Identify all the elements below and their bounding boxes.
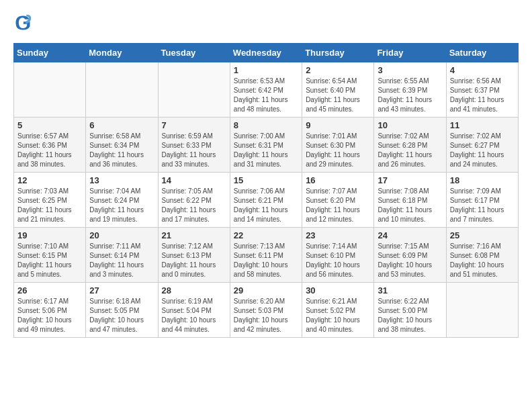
calendar-cell: 7Sunrise: 6:59 AM Sunset: 6:33 PM Daylig… — [158, 118, 230, 173]
calendar-cell: 28Sunrise: 6:19 AM Sunset: 5:04 PM Dayli… — [158, 283, 230, 338]
day-number: 17 — [378, 175, 442, 185]
calendar-cell: 31Sunrise: 6:22 AM Sunset: 5:00 PM Dayli… — [374, 283, 446, 338]
calendar-week-row: 1Sunrise: 6:53 AM Sunset: 6:42 PM Daylig… — [14, 62, 519, 118]
day-number: 23 — [306, 230, 370, 240]
calendar-cell: 22Sunrise: 7:13 AM Sunset: 6:11 PM Dayli… — [230, 228, 302, 283]
day-info: Sunrise: 6:54 AM Sunset: 6:40 PM Dayligh… — [306, 77, 370, 114]
day-number: 18 — [450, 175, 515, 185]
calendar-cell: 3Sunrise: 6:55 AM Sunset: 6:39 PM Daylig… — [374, 62, 446, 118]
calendar-cell — [14, 62, 86, 118]
day-number: 31 — [378, 285, 442, 295]
day-number: 29 — [234, 285, 298, 295]
calendar-cell: 25Sunrise: 7:16 AM Sunset: 6:08 PM Dayli… — [446, 228, 518, 283]
day-info: Sunrise: 6:18 AM Sunset: 5:05 PM Dayligh… — [89, 297, 154, 334]
day-info: Sunrise: 6:57 AM Sunset: 6:36 PM Dayligh… — [17, 132, 82, 169]
day-header-tuesday: Tuesday — [158, 44, 230, 62]
day-header-wednesday: Wednesday — [230, 44, 302, 62]
day-number: 22 — [234, 230, 298, 240]
calendar-cell: 2Sunrise: 6:54 AM Sunset: 6:40 PM Daylig… — [302, 62, 374, 118]
day-info: Sunrise: 6:55 AM Sunset: 6:39 PM Dayligh… — [378, 77, 442, 114]
calendar-cell — [86, 62, 158, 118]
day-info: Sunrise: 7:01 AM Sunset: 6:30 PM Dayligh… — [306, 132, 370, 169]
day-info: Sunrise: 7:07 AM Sunset: 6:20 PM Dayligh… — [306, 187, 370, 224]
day-header-sunday: Sunday — [14, 44, 86, 62]
calendar-cell: 26Sunrise: 6:17 AM Sunset: 5:06 PM Dayli… — [14, 283, 86, 338]
day-info: Sunrise: 7:10 AM Sunset: 6:15 PM Dayligh… — [17, 242, 82, 279]
day-number: 26 — [17, 285, 82, 295]
day-number: 3 — [378, 65, 442, 75]
calendar-cell: 11Sunrise: 7:02 AM Sunset: 6:27 PM Dayli… — [446, 118, 518, 173]
day-number: 15 — [234, 175, 298, 185]
day-number: 5 — [17, 120, 82, 130]
logo-icon — [13, 13, 32, 32]
calendar-cell: 5Sunrise: 6:57 AM Sunset: 6:36 PM Daylig… — [14, 118, 86, 173]
day-info: Sunrise: 6:56 AM Sunset: 6:37 PM Dayligh… — [450, 77, 515, 114]
calendar-week-row: 5Sunrise: 6:57 AM Sunset: 6:36 PM Daylig… — [14, 118, 519, 173]
calendar-cell: 1Sunrise: 6:53 AM Sunset: 6:42 PM Daylig… — [230, 62, 302, 118]
day-header-thursday: Thursday — [302, 44, 374, 62]
calendar-cell: 19Sunrise: 7:10 AM Sunset: 6:15 PM Dayli… — [14, 228, 86, 283]
calendar-cell: 10Sunrise: 7:02 AM Sunset: 6:28 PM Dayli… — [374, 118, 446, 173]
day-number: 6 — [89, 120, 154, 130]
day-info: Sunrise: 7:09 AM Sunset: 6:17 PM Dayligh… — [450, 187, 515, 224]
day-number: 25 — [450, 230, 515, 240]
calendar-cell — [446, 283, 518, 338]
day-info: Sunrise: 6:22 AM Sunset: 5:00 PM Dayligh… — [378, 297, 442, 334]
calendar-header-row: SundayMondayTuesdayWednesdayThursdayFrid… — [14, 44, 519, 62]
day-info: Sunrise: 7:12 AM Sunset: 6:13 PM Dayligh… — [162, 242, 226, 279]
day-info: Sunrise: 7:02 AM Sunset: 6:27 PM Dayligh… — [450, 132, 515, 169]
calendar: SundayMondayTuesdayWednesdayThursdayFrid… — [13, 43, 519, 338]
day-info: Sunrise: 7:15 AM Sunset: 6:09 PM Dayligh… — [378, 242, 442, 279]
day-info: Sunrise: 6:17 AM Sunset: 5:06 PM Dayligh… — [17, 297, 82, 334]
day-info: Sunrise: 7:16 AM Sunset: 6:08 PM Dayligh… — [450, 242, 515, 279]
day-info: Sunrise: 7:05 AM Sunset: 6:22 PM Dayligh… — [162, 187, 226, 224]
calendar-cell: 13Sunrise: 7:04 AM Sunset: 6:24 PM Dayli… — [86, 173, 158, 228]
day-info: Sunrise: 6:19 AM Sunset: 5:04 PM Dayligh… — [162, 297, 226, 334]
day-number: 30 — [306, 285, 370, 295]
day-header-monday: Monday — [86, 44, 158, 62]
day-number: 4 — [450, 65, 515, 75]
page-header — [13, 13, 519, 32]
day-number: 1 — [234, 65, 298, 75]
day-number: 27 — [89, 285, 154, 295]
calendar-cell: 14Sunrise: 7:05 AM Sunset: 6:22 PM Dayli… — [158, 173, 230, 228]
calendar-cell: 24Sunrise: 7:15 AM Sunset: 6:09 PM Dayli… — [374, 228, 446, 283]
calendar-cell: 15Sunrise: 7:06 AM Sunset: 6:21 PM Dayli… — [230, 173, 302, 228]
day-info: Sunrise: 7:06 AM Sunset: 6:21 PM Dayligh… — [234, 187, 298, 224]
day-number: 2 — [306, 65, 370, 75]
calendar-week-row: 26Sunrise: 6:17 AM Sunset: 5:06 PM Dayli… — [14, 283, 519, 338]
day-number: 24 — [378, 230, 442, 240]
day-info: Sunrise: 7:02 AM Sunset: 6:28 PM Dayligh… — [378, 132, 442, 169]
day-info: Sunrise: 7:00 AM Sunset: 6:31 PM Dayligh… — [234, 132, 298, 169]
day-number: 8 — [234, 120, 298, 130]
day-number: 11 — [450, 120, 515, 130]
calendar-cell: 21Sunrise: 7:12 AM Sunset: 6:13 PM Dayli… — [158, 228, 230, 283]
calendar-cell: 29Sunrise: 6:20 AM Sunset: 5:03 PM Dayli… — [230, 283, 302, 338]
day-info: Sunrise: 6:21 AM Sunset: 5:02 PM Dayligh… — [306, 297, 370, 334]
day-number: 7 — [162, 120, 226, 130]
day-number: 14 — [162, 175, 226, 185]
day-number: 16 — [306, 175, 370, 185]
calendar-cell: 23Sunrise: 7:14 AM Sunset: 6:10 PM Dayli… — [302, 228, 374, 283]
calendar-cell: 4Sunrise: 6:56 AM Sunset: 6:37 PM Daylig… — [446, 62, 518, 118]
day-info: Sunrise: 6:53 AM Sunset: 6:42 PM Dayligh… — [234, 77, 298, 114]
day-info: Sunrise: 7:08 AM Sunset: 6:18 PM Dayligh… — [378, 187, 442, 224]
calendar-cell: 30Sunrise: 6:21 AM Sunset: 5:02 PM Dayli… — [302, 283, 374, 338]
calendar-cell: 8Sunrise: 7:00 AM Sunset: 6:31 PM Daylig… — [230, 118, 302, 173]
day-header-saturday: Saturday — [446, 44, 518, 62]
calendar-cell: 6Sunrise: 6:58 AM Sunset: 6:34 PM Daylig… — [86, 118, 158, 173]
day-number: 28 — [162, 285, 226, 295]
day-info: Sunrise: 7:13 AM Sunset: 6:11 PM Dayligh… — [234, 242, 298, 279]
calendar-week-row: 12Sunrise: 7:03 AM Sunset: 6:25 PM Dayli… — [14, 173, 519, 228]
day-info: Sunrise: 6:58 AM Sunset: 6:34 PM Dayligh… — [89, 132, 154, 169]
day-number: 20 — [89, 230, 154, 240]
day-info: Sunrise: 7:03 AM Sunset: 6:25 PM Dayligh… — [17, 187, 82, 224]
calendar-cell: 17Sunrise: 7:08 AM Sunset: 6:18 PM Dayli… — [374, 173, 446, 228]
calendar-cell — [158, 62, 230, 118]
day-number: 21 — [162, 230, 226, 240]
calendar-week-row: 19Sunrise: 7:10 AM Sunset: 6:15 PM Dayli… — [14, 228, 519, 283]
day-number: 19 — [17, 230, 82, 240]
day-number: 10 — [378, 120, 442, 130]
day-number: 9 — [306, 120, 370, 130]
day-info: Sunrise: 6:20 AM Sunset: 5:03 PM Dayligh… — [234, 297, 298, 334]
